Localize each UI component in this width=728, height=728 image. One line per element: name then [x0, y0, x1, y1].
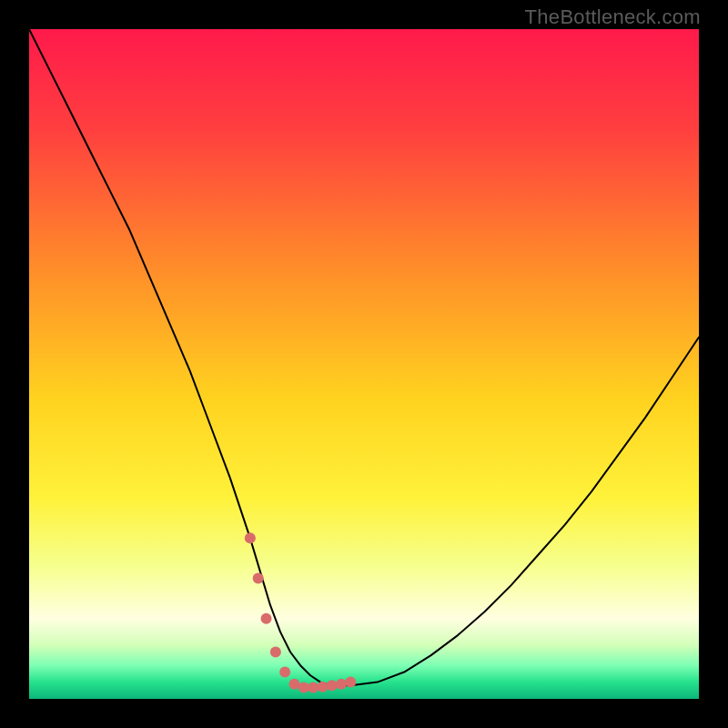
highlight-dot [345, 677, 356, 688]
gradient-background [29, 29, 699, 699]
highlight-dot [298, 682, 309, 693]
highlight-dot [317, 682, 328, 693]
highlight-dot [336, 679, 347, 690]
chart-frame: TheBottleneck.com [0, 0, 728, 728]
highlight-dot [245, 532, 256, 543]
highlight-dot [270, 646, 281, 657]
chart-svg [29, 29, 699, 699]
highlight-dot [261, 613, 272, 624]
highlight-dot [308, 682, 318, 693]
chart-plot-area [29, 29, 699, 699]
highlight-dot [288, 679, 299, 690]
highlight-dot [253, 573, 264, 584]
highlight-dot [327, 680, 338, 691]
highlight-dot [279, 667, 290, 678]
watermark-text: TheBottleneck.com [525, 5, 701, 29]
